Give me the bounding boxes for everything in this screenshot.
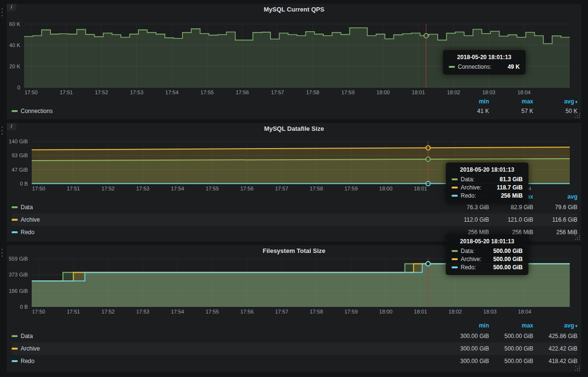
legend-series-toggle[interactable]: Data <box>12 204 445 211</box>
tooltip-timestamp: 2018-05-20 18:01:13 <box>449 54 520 61</box>
sort-caret-icon: ▾ <box>574 100 577 104</box>
y-axis-tick-label: 373 GiB <box>9 272 28 277</box>
y-axis-tick-label: 93 GiB <box>12 152 28 158</box>
x-axis-tick-label: 18:01 <box>414 309 428 314</box>
legend-series-toggle[interactable]: Redo <box>12 358 445 364</box>
tooltip-series-value: 500.00 GiB <box>487 248 523 254</box>
tooltip-series-value: 49 K <box>501 63 520 70</box>
x-axis-tick-label: 17:59 <box>344 309 358 314</box>
y-axis-tick-label: 140 GiB <box>9 138 28 144</box>
legend-sort-avg[interactable]: avg <box>533 193 577 200</box>
tooltip-series-value: 118.7 GiB <box>490 184 523 191</box>
x-axis-tick-label: 17:57 <box>275 309 288 314</box>
y-axis-tick-label: 20 K <box>9 63 20 69</box>
series-color-swatch-icon <box>12 335 18 337</box>
tooltip-series-name: Data: <box>461 248 475 254</box>
hover-tooltip-filesystem: 2018-05-20 18:01:13Data:500.00 GiBArchiv… <box>446 234 528 275</box>
row-drag-handle[interactable] <box>1 248 4 258</box>
hover-point-marker <box>426 262 430 266</box>
legend-series-name: Archive <box>21 345 40 352</box>
row-drag-handle[interactable] <box>1 126 4 136</box>
legend-sort-avg[interactable]: avg ▾ <box>533 98 577 105</box>
legend-series-row: Archive300.00 GiB500.00 GiB422.42 GiB <box>12 342 577 355</box>
legend-stat-value: 121.0 GiB <box>489 216 533 223</box>
x-axis-tick-label: 17:54 <box>165 89 179 95</box>
series-color-swatch-icon <box>452 187 458 188</box>
series-color-swatch-icon <box>452 258 458 260</box>
legend-sort-max[interactable]: max <box>489 322 533 329</box>
series-color-swatch-icon <box>12 219 18 221</box>
tooltip-series-row: Connections:49 K <box>449 63 520 70</box>
series-color-swatch-icon <box>12 360 18 362</box>
x-axis-tick-label: 18:01 <box>412 89 425 95</box>
x-axis-tick-label: 18:02 <box>449 309 462 314</box>
legend-stat-value: 425.86 GiB <box>533 333 577 339</box>
legend-series-toggle[interactable]: Archive <box>12 345 445 352</box>
hover-point-marker <box>426 146 430 150</box>
hover-tooltip-qps: 2018-05-20 18:01:13Connections:49 K <box>443 50 526 75</box>
legend-series-name: Data <box>21 333 33 339</box>
tooltip-series-row: Data:81.3 GiB <box>452 176 523 183</box>
legend-stat-value: 112.0 GiB <box>445 216 489 223</box>
legend-stat-value: 76.3 GiB <box>445 204 489 211</box>
sort-caret-icon: ▾ <box>574 324 577 328</box>
tooltip-series-row: Redo:256 MiB <box>452 192 523 199</box>
y-axis-tick-label: 559 GiB <box>9 256 28 262</box>
x-axis-tick-label: 17:51 <box>67 309 80 314</box>
x-axis-tick-label: 18:00 <box>379 309 392 314</box>
legend-series-toggle[interactable]: Connections <box>12 108 445 114</box>
panel-title[interactable]: MySQL Current QPS <box>7 6 581 13</box>
panel-resize-handle[interactable] <box>575 235 580 240</box>
legend-stat-value: 300.00 GiB <box>445 333 489 339</box>
x-axis-tick-label: 17:54 <box>171 309 184 314</box>
legend-stat-value: 256 MiB <box>533 229 577 236</box>
tooltip-series-row: Data:500.00 GiB <box>452 248 523 254</box>
x-axis-tick-label: 17:56 <box>240 186 254 191</box>
legend-sort-min[interactable]: min <box>445 322 489 329</box>
row-drag-handle[interactable] <box>1 8 4 17</box>
series-color-swatch-icon <box>12 348 18 350</box>
x-axis-tick-label: 17:58 <box>310 186 323 191</box>
x-axis-tick-label: 17:57 <box>271 89 284 95</box>
tooltip-series-value: 81.3 GiB <box>493 176 523 183</box>
x-axis-tick-label: 17:56 <box>236 89 249 95</box>
y-axis-tick-label: 0 B <box>20 181 28 187</box>
x-axis-tick-label: 18:02 <box>447 89 460 95</box>
legend-series-name: Redo <box>21 229 35 236</box>
legend-sort-max[interactable]: max <box>489 98 533 105</box>
x-axis-tick-label: 17:59 <box>344 186 358 191</box>
y-axis-tick-label: 47 GiB <box>12 167 28 173</box>
panel-resize-handle[interactable] <box>575 366 580 371</box>
legend-stat-value: 41 K <box>445 108 489 114</box>
legend-stat-value: 418.42 GiB <box>533 358 577 364</box>
x-axis-tick-label: 17:50 <box>32 186 46 191</box>
legend-sort-avg[interactable]: avg ▾ <box>533 322 577 329</box>
legend-series-row: Connections41 K57 K50 K <box>12 106 577 116</box>
panel-resize-handle[interactable] <box>575 113 580 118</box>
legend-series-toggle[interactable]: Redo <box>12 229 445 236</box>
series-color-swatch-icon <box>452 195 458 197</box>
tooltip-series-row: Archive:118.7 GiB <box>452 184 523 191</box>
tooltip-series-row: Archive:500.00 GiB <box>452 256 523 263</box>
x-axis-tick-label: 17:53 <box>136 309 149 314</box>
x-axis-tick-label: 17:52 <box>101 186 115 191</box>
hover-point-marker <box>424 34 428 38</box>
hover-tooltip-datafile: 2018-05-20 18:01:13Data:81.3 GiBArchive:… <box>446 163 528 203</box>
tooltip-series-value: 500.00 GiB <box>487 264 523 271</box>
x-axis-tick-label: 17:57 <box>275 186 288 191</box>
legend-sort-min[interactable]: min <box>445 98 489 105</box>
x-axis-tick-label: 18:03 <box>483 309 497 314</box>
panel-title[interactable]: MySQL Datafile Size <box>7 125 581 132</box>
x-axis-tick-label: 17:55 <box>206 186 219 191</box>
x-axis-tick-label: 17:58 <box>310 309 323 314</box>
legend-series-toggle[interactable]: Archive <box>12 216 445 223</box>
legend-header-row: minmaxavg ▾ <box>12 321 577 330</box>
legend-stat-value: 57 K <box>489 108 533 114</box>
x-axis-tick-label: 17:50 <box>24 89 38 95</box>
legend-series-toggle[interactable]: Data <box>12 333 445 339</box>
tooltip-series-value: 500.00 GiB <box>487 256 523 263</box>
series-color-swatch-icon <box>12 110 18 112</box>
hover-point-marker <box>426 157 430 161</box>
x-axis-tick-label: 17:52 <box>101 309 115 314</box>
legend-stat-value: 500.00 GiB <box>489 358 533 364</box>
